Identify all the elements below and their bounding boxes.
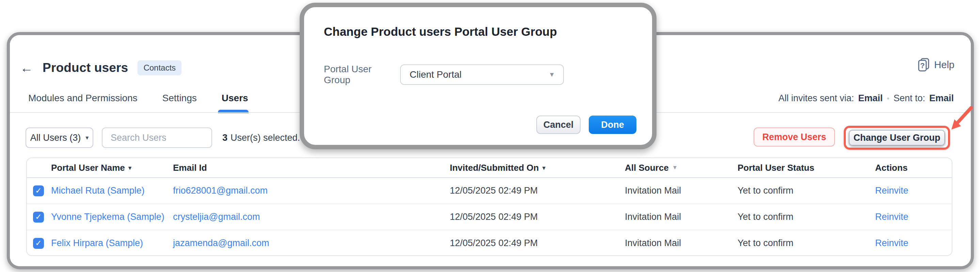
selected-suffix: User(s) selected.	[231, 133, 300, 143]
module-badge: Contacts	[138, 60, 181, 75]
tab-modules-and-permissions[interactable]: Modules and Permissions	[28, 93, 138, 104]
filter-caret-icon: ▼	[672, 164, 678, 171]
tab-settings[interactable]: Settings	[162, 93, 197, 104]
annotation-arrow-icon	[941, 105, 978, 136]
tab-bar: Modules and Permissions Settings Users	[28, 90, 248, 107]
portal-users-table: Portal User Name ▾ Email Id Invited/Subm…	[26, 157, 952, 256]
change-user-group-dialog: Change Product users Portal User Group P…	[300, 3, 657, 149]
dialog-actions: Cancel Done	[536, 115, 636, 134]
row-checkbox[interactable]: ✓	[33, 186, 44, 196]
invite-via-value: Email	[858, 93, 883, 104]
screenshot-canvas: ← Product users Contacts ? Help Modules …	[0, 0, 980, 272]
back-arrow-icon[interactable]: ←	[20, 61, 33, 74]
user-filter-dropdown[interactable]: All Users (3) ▾	[25, 128, 93, 148]
user-filter-value: All Users (3)	[30, 133, 81, 143]
invited-on-value: 12/05/2025 02:49 PM	[450, 186, 625, 196]
change-user-group-button[interactable]: Change User Group	[849, 130, 945, 146]
separator-dot: •	[887, 94, 889, 103]
invite-info: All invites sent via: Email • Sent to: E…	[778, 93, 954, 104]
row-checkbox[interactable]: ✓	[33, 212, 44, 222]
table-row: ✓ Felix Hirpara (Sample) jazamenda@gmail…	[27, 230, 952, 256]
invite-to-label: Sent to:	[894, 93, 925, 104]
page-title: Product users	[43, 61, 128, 75]
invited-on-value: 12/05/2025 02:49 PM	[450, 238, 625, 248]
invite-via-label: All invites sent via:	[778, 93, 854, 104]
email-link[interactable]: jazamenda@gmail.com	[173, 238, 450, 248]
invited-on-value: 12/05/2025 02:49 PM	[450, 212, 625, 222]
row-checkbox[interactable]: ✓	[33, 238, 44, 249]
help-doc-icon: ?	[918, 58, 930, 72]
reinvite-link[interactable]: Reinvite	[875, 238, 945, 248]
help-button[interactable]: ? Help	[918, 58, 955, 72]
sort-caret-icon: ▾	[542, 164, 546, 172]
svg-text:?: ?	[920, 61, 925, 70]
remove-users-button[interactable]: Remove Users	[754, 128, 835, 147]
checkmark-icon: ✓	[35, 213, 41, 221]
done-button[interactable]: Done	[589, 115, 636, 134]
selected-count: 3	[222, 133, 228, 143]
status-value: Yet to confirm	[738, 186, 875, 196]
reinvite-link[interactable]: Reinvite	[875, 212, 945, 222]
status-value: Yet to confirm	[738, 238, 875, 248]
column-portal-user-name[interactable]: Portal User Name ▾	[51, 163, 173, 173]
sort-caret-icon: ▾	[128, 164, 132, 172]
invite-to-value: Email	[929, 93, 954, 104]
source-value: Invitation Mail	[625, 238, 738, 248]
table-header-row: Portal User Name ▾ Email Id Invited/Subm…	[27, 158, 952, 178]
chevron-down-icon: ▾	[86, 134, 89, 141]
portal-user-group-value: Client Portal	[410, 69, 462, 80]
table-row: ✓ Michael Ruta (Sample) frio628001@gmail…	[27, 178, 952, 204]
tab-users[interactable]: Users	[222, 93, 248, 104]
checkmark-icon: ✓	[35, 187, 41, 195]
column-actions: Actions	[875, 163, 945, 173]
portal-user-group-select[interactable]: Client Portal ▼	[400, 64, 564, 85]
column-label: Invited/Submitted On	[450, 163, 539, 173]
dialog-title: Change Product users Portal User Group	[324, 25, 557, 38]
selected-count-text: 3 User(s) selected.	[222, 128, 300, 148]
column-email-id: Email Id	[173, 163, 450, 173]
column-label: Email Id	[173, 163, 207, 173]
search-users-input[interactable]	[102, 128, 212, 148]
annotation-highlight-ring: Change User Group	[844, 126, 950, 150]
portal-user-name-link[interactable]: Felix Hirpara (Sample)	[51, 238, 173, 248]
column-label: Portal User Status	[738, 163, 814, 173]
email-link[interactable]: crysteljia@gmail.com	[173, 212, 450, 222]
checkmark-icon: ✓	[35, 239, 41, 247]
dropdown-caret-icon: ▼	[549, 71, 555, 78]
source-value: Invitation Mail	[625, 186, 738, 196]
portal-user-group-field: Portal User Group Client Portal ▼	[324, 64, 564, 85]
table-row: ✓ Yvonne Tjepkema (Sample) crysteljia@gm…	[27, 204, 952, 230]
column-label: All Source	[625, 163, 669, 173]
portal-user-name-link[interactable]: Yvonne Tjepkema (Sample)	[51, 212, 173, 222]
portal-user-group-label: Portal User Group	[324, 64, 400, 86]
help-label: Help	[934, 59, 955, 70]
column-invited-submitted-on[interactable]: Invited/Submitted On ▾	[450, 163, 625, 173]
column-portal-user-status: Portal User Status	[738, 163, 875, 173]
status-value: Yet to confirm	[738, 212, 875, 222]
email-link[interactable]: frio628001@gmail.com	[173, 186, 450, 196]
column-all-source[interactable]: All Source ▼	[625, 163, 738, 173]
page-header: ← Product users Contacts	[20, 56, 181, 79]
cancel-button[interactable]: Cancel	[536, 115, 581, 134]
source-value: Invitation Mail	[625, 212, 738, 222]
portal-user-name-link[interactable]: Michael Ruta (Sample)	[51, 186, 173, 196]
column-label: Actions	[875, 163, 907, 173]
reinvite-link[interactable]: Reinvite	[875, 186, 945, 196]
column-label: Portal User Name	[51, 163, 125, 173]
